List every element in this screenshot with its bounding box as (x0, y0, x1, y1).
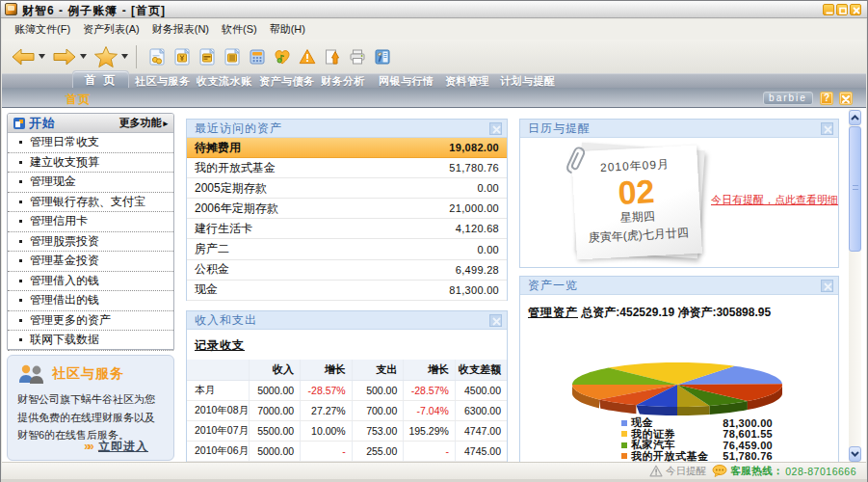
pie-slice-side (677, 406, 710, 415)
tab-1[interactable]: 社区与服务 (135, 75, 191, 88)
favorites-dropdown-icon[interactable] (118, 40, 130, 73)
start-panel-title: 开始 (29, 115, 56, 132)
asset-row[interactable]: 建行生活卡4,120.68 (187, 219, 507, 239)
menu-item-3[interactable]: 软件(S) (217, 20, 263, 39)
deposit-account-icon[interactable] (220, 45, 245, 68)
recent-assets-close-icon[interactable] (489, 122, 502, 135)
sidebar-item-4[interactable]: 管理信用卡 (8, 212, 173, 232)
more-functions-link[interactable]: 更多功能 (118, 116, 168, 130)
asset-value: 6,499.28 (456, 264, 499, 276)
forward-dropdown-icon[interactable] (77, 40, 89, 73)
back-dropdown-icon[interactable] (36, 40, 47, 73)
sidebar-item-1[interactable]: 建立收支预算 (8, 153, 173, 174)
calculator-icon[interactable] (245, 45, 270, 68)
tab-4[interactable]: 财务分析 (321, 75, 365, 88)
asset-row[interactable]: 现金81,300.00 (187, 281, 507, 301)
tab-home[interactable]: 首 页 (72, 70, 129, 89)
scroll-down-button[interactable] (849, 446, 861, 462)
bullet-icon (19, 220, 22, 223)
legend-value: 51,780.76 (723, 450, 773, 462)
sidebar-item-6[interactable]: 管理基金投资 (8, 252, 173, 272)
recent-assets-title: 最近访问的资产 (195, 120, 282, 137)
current-page-label: 首页 (66, 92, 91, 108)
tab-3[interactable]: 资产与债务 (259, 75, 315, 88)
menu-item-2[interactable]: 财务报表(N) (147, 20, 215, 39)
printer-icon[interactable] (345, 45, 370, 68)
ie-col-header-3: 支出 (352, 360, 404, 380)
hotline-status: 客服热线： 028-87016666 (712, 465, 856, 478)
account-book-icon[interactable] (145, 45, 170, 68)
asset-value: 81,300.00 (449, 284, 499, 296)
menu-item-4[interactable]: 帮助(H) (265, 20, 311, 39)
settings-icon[interactable] (370, 45, 395, 68)
warning-icon[interactable] (295, 45, 320, 68)
sidebar-item-label: 管理日常收支 (30, 134, 99, 150)
income-expense-close-icon[interactable] (489, 314, 502, 327)
sidebar-item-label: 建立收支预算 (30, 154, 99, 171)
today-reminder-status[interactable]: 今日提醒 (649, 465, 706, 478)
bullet-icon (19, 299, 22, 302)
sidebar-item-2[interactable]: 管理现金 (8, 173, 173, 193)
ie-value: 5500.00 (249, 420, 301, 441)
sidebar-item-label: 管理借出的钱 (30, 292, 99, 308)
back-icon[interactable] (10, 44, 36, 69)
asset-row[interactable]: 待摊费用19,082.00 (187, 138, 507, 158)
sidebar-item-0[interactable]: 管理日常收支 (8, 133, 173, 153)
menu-item-0[interactable]: 账簿文件(F) (10, 20, 76, 39)
ie-value: 27.27% (301, 400, 353, 420)
asset-row[interactable]: 我的开放式基金51,780.76 (187, 158, 507, 178)
community-enter-link[interactable]: 立即进入 (98, 440, 148, 453)
asset-row[interactable]: 2005定期存款0.00 (187, 178, 507, 199)
ie-col-header-4: 增长 (404, 360, 456, 380)
calendar-close-icon[interactable] (821, 122, 833, 135)
start-panel: 开始 更多功能 管理日常收支建立收支预算管理现金管理银行存款、支付宝管理信用卡管… (7, 113, 174, 350)
ie-col-header-1: 收入 (249, 360, 301, 380)
scroll-up-button[interactable] (849, 110, 861, 125)
toolbar (2, 40, 866, 73)
sidebar-item-8[interactable]: 管理借出的钱 (8, 291, 173, 311)
assets-overview-close-icon[interactable] (821, 280, 833, 292)
ie-value: 4745.00 (455, 441, 507, 461)
bullet-icon (19, 280, 22, 282)
record-income-expense-link[interactable]: 记录收支 (195, 337, 245, 354)
page-close-button[interactable] (839, 92, 853, 105)
user-button[interactable]: barbie (763, 92, 813, 105)
asset-row[interactable]: 公积金6,499.28 (187, 260, 507, 281)
minimize-button[interactable] (823, 4, 834, 15)
sidebar-item-label: 管理信用卡 (30, 213, 88, 229)
wizard-heart-icon[interactable] (270, 45, 295, 68)
export-icon[interactable] (320, 45, 345, 68)
asset-value: 4,120.68 (456, 223, 499, 234)
tab-7[interactable]: 计划与提醒 (500, 75, 556, 88)
community-people-icon (17, 363, 46, 385)
sidebar-item-10[interactable]: 联网下载数据 (8, 331, 173, 351)
tab-2[interactable]: 收支流水账 (197, 75, 252, 88)
sidebar-item-3[interactable]: 管理银行存款、支付宝 (8, 193, 173, 213)
asset-name: 2005定期存款 (195, 180, 267, 197)
app-window: 财智6 - 例子账簿 - [首页] 账簿文件(F)资产列表(A)财务报表(N)软… (0, 0, 868, 482)
scrollbar-thumb[interactable] (849, 126, 861, 252)
app-icon (5, 3, 17, 15)
asset-row[interactable]: 2006年定期存款21,000.00 (187, 199, 507, 219)
favorites-star-icon[interactable] (92, 44, 118, 69)
credit-card-account-icon[interactable] (195, 45, 220, 68)
sidebar-item-9[interactable]: 管理更多的资产 (8, 311, 173, 332)
forward-icon[interactable] (51, 44, 77, 69)
close-button[interactable] (850, 4, 861, 15)
ie-value: 7000.00 (249, 400, 301, 420)
ie-value: -28.57% (301, 380, 353, 400)
menu-item-1[interactable]: 资产列表(A) (78, 20, 145, 39)
cash-account-icon[interactable] (170, 45, 195, 68)
tab-6[interactable]: 资料管理 (445, 75, 489, 88)
asset-row[interactable]: 房产二0.00 (187, 239, 507, 259)
legend-value: 78,601.55 (723, 428, 773, 440)
reminder-detail-link[interactable]: 今日有提醒，点此查看明细 (711, 193, 838, 207)
sidebar-item-5[interactable]: 管理股票投资 (8, 232, 173, 253)
legend-row-1: 我的证券78,601.55 (520, 429, 838, 441)
vertical-scrollbar[interactable] (849, 109, 861, 462)
tab-5[interactable]: 网银与行情 (379, 75, 434, 88)
start-panel-header: 开始 更多功能 (8, 114, 173, 133)
restore-button[interactable] (836, 4, 848, 15)
help-button[interactable]: ? (820, 92, 833, 105)
sidebar-item-7[interactable]: 管理借入的钱 (8, 272, 173, 292)
